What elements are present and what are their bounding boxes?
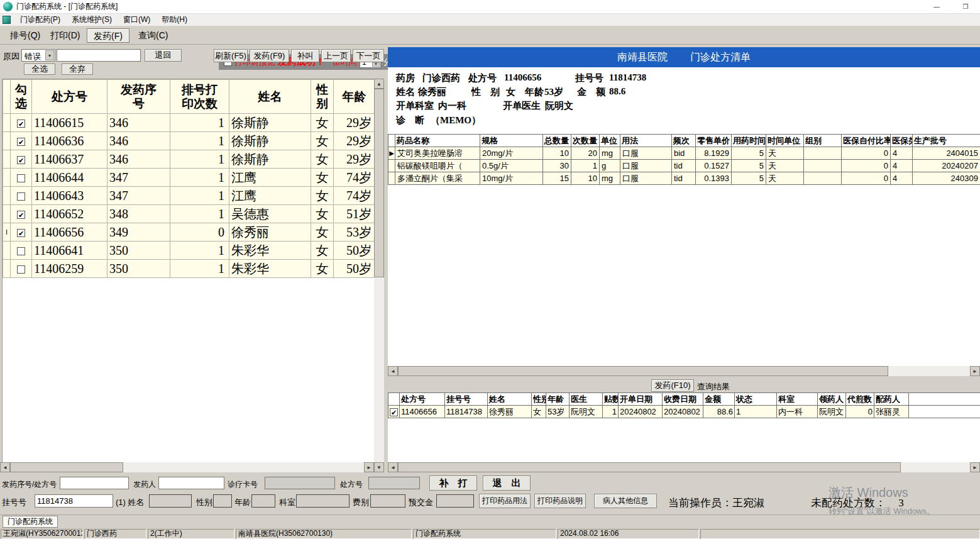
row-checkbox[interactable]: ✔ — [11, 205, 32, 223]
return-button[interactable]: 退回 — [145, 49, 182, 62]
queue-row[interactable]: I✔114066563490徐秀丽女53岁 — [3, 223, 375, 242]
drug-horizontal-scrollbar[interactable]: ◄ ► — [388, 366, 980, 376]
queue-row[interactable]: ✔114066373461徐斯静女29岁 — [3, 150, 375, 169]
unchecked-checkbox-icon[interactable] — [17, 174, 25, 182]
dispenser-input[interactable] — [158, 477, 224, 489]
column-header: 年龄 — [334, 80, 375, 114]
unchecked-checkbox-icon[interactable] — [17, 247, 25, 255]
checked-checkbox-icon[interactable]: ✔ — [17, 138, 25, 146]
checked-checkbox-icon[interactable]: ✔ — [17, 211, 25, 219]
patient-age-field[interactable] — [251, 494, 275, 508]
scroll-down-icon[interactable]: ▼ — [374, 462, 384, 472]
chevron-down-icon[interactable]: ▼ — [45, 50, 54, 60]
queue-row[interactable]: 114066443471江鹰女74岁 — [3, 169, 375, 187]
fee-type-field[interactable] — [370, 494, 405, 508]
scrollbar-thumb[interactable] — [10, 462, 123, 472]
scroll-left-icon[interactable]: ◄ — [388, 462, 398, 472]
exit-button[interactable]: 退 出 — [483, 475, 531, 491]
recall-button[interactable]: 补叫 — [291, 49, 319, 62]
cell-total: 15 — [543, 172, 571, 185]
drug-row[interactable]: 多潘立酮片（集采10mg/片1510mg口服tid0.13935天0424030… — [388, 172, 980, 185]
scroll-right-icon[interactable]: ► — [364, 462, 374, 472]
tab-queue[interactable]: 排号(Q) — [4, 28, 47, 43]
row-checkbox[interactable] — [11, 242, 32, 260]
scroll-left-icon[interactable]: ◄ — [388, 366, 398, 376]
rx-no-input[interactable] — [368, 477, 420, 489]
cell-gender: 女 — [311, 150, 334, 169]
dispense-f10-button[interactable]: 发药(F10) — [651, 379, 694, 392]
refresh-button[interactable]: 刷新(F5) — [214, 49, 248, 62]
cell-ins_type: 4 — [891, 147, 913, 160]
patient-gender-field[interactable] — [213, 494, 232, 508]
queue-row[interactable]: ✔114066523481吴德惠女51岁 — [3, 205, 375, 223]
cell-doctor: 阮明文 — [570, 406, 603, 418]
dispense-f9-button[interactable]: 发药(F9) — [250, 49, 289, 62]
scrollbar-thumb[interactable] — [374, 89, 384, 277]
checked-checkbox-icon[interactable]: ✔ — [17, 119, 25, 128]
cell-per: 10 — [571, 172, 600, 185]
reprint-button[interactable]: 补 打 — [429, 475, 477, 491]
unchecked-checkbox-icon[interactable] — [17, 192, 25, 201]
row-checkbox[interactable]: ✔ — [11, 223, 32, 242]
queue-row[interactable]: 114066413501朱彩华女50岁 — [3, 242, 375, 260]
result-row[interactable]: ✔1140665611814738徐秀丽女53岁阮明文1202408022024… — [388, 406, 980, 418]
reason-input[interactable] — [57, 49, 141, 62]
scrollbar-thumb[interactable] — [398, 366, 888, 376]
patient-other-info-button[interactable]: 病人其他信息 — [594, 494, 657, 508]
scroll-up-icon[interactable]: ▲ — [374, 79, 384, 89]
select-all-button[interactable]: 全选 — [24, 64, 55, 75]
queue-row[interactable]: ✔114066153461徐斯静女29岁 — [3, 114, 375, 132]
queue-horizontal-scrollbar[interactable]: ◄ ► — [0, 462, 374, 472]
unchecked-checkbox-icon[interactable] — [17, 265, 25, 274]
menu-item-help[interactable]: 帮助(H) — [156, 13, 193, 26]
scroll-right-icon[interactable]: ► — [970, 366, 980, 376]
row-checkbox[interactable] — [11, 187, 32, 205]
row-checkbox[interactable]: ✔ — [388, 406, 400, 418]
clear-all-button[interactable]: 全弃 — [62, 64, 93, 75]
scroll-right-icon[interactable]: ► — [970, 462, 980, 472]
print-desc-button[interactable]: 打印药品说明 — [534, 494, 586, 508]
next-page-button[interactable]: 下一页 — [353, 49, 384, 62]
queue-row[interactable]: ✔114066363461徐斯静女29岁 — [3, 132, 375, 150]
drug-row[interactable]: ▶艾司奥美拉唑肠溶20mg/片1020mg口服bid8.19295天042404… — [388, 147, 980, 160]
queue-row[interactable]: 114066433471江鹰女74岁 — [3, 187, 375, 205]
queue-vertical-scrollbar[interactable]: ▲ ▼ — [374, 79, 384, 472]
reg-no-input[interactable]: 11814738 — [35, 494, 113, 508]
row-checkbox[interactable] — [11, 260, 32, 278]
minimize-icon[interactable]: — — [922, 0, 951, 13]
patient-name-field[interactable] — [149, 494, 192, 508]
cell-gender: 女 — [311, 169, 334, 187]
prev-page-button[interactable]: 上一页 — [321, 49, 351, 62]
row-checkbox[interactable]: ✔ — [11, 150, 32, 169]
tab-dispense[interactable]: 发药(F) — [87, 28, 129, 43]
spinner-down-icon[interactable]: ▼ — [372, 62, 380, 67]
tab-query[interactable]: 查询(C) — [132, 28, 174, 43]
result-horizontal-scrollbar[interactable]: ◄ ► — [388, 462, 980, 472]
maximize-icon[interactable]: ❐ — [951, 0, 980, 13]
dispense-seq-input[interactable] — [60, 477, 129, 489]
prepay-field[interactable] — [436, 494, 474, 508]
row-selector — [3, 187, 11, 205]
cell-gender: 女 — [311, 242, 334, 260]
scrollbar-thumb[interactable] — [398, 462, 901, 472]
reason-dropdown[interactable]: 错误 ▼ — [21, 49, 55, 62]
print-usage-button[interactable]: 打印药品用法 — [479, 494, 531, 508]
menu-item-maintenance[interactable]: 系统维护(S) — [66, 13, 118, 26]
queue-row[interactable]: 114062593501朱彩华女50岁 — [3, 260, 375, 278]
checked-checkbox-icon[interactable]: ✔ — [17, 229, 25, 237]
tab-print[interactable]: 打印(D) — [44, 28, 86, 43]
cell-price: 0.1527 — [696, 160, 732, 172]
row-checkbox[interactable]: ✔ — [11, 132, 32, 150]
drug-row[interactable]: 铝碳酸镁咀嚼片（0.5g/片301g口服tid0.15275天042024020… — [388, 160, 980, 172]
row-checkbox[interactable]: ✔ — [11, 114, 32, 132]
row-checkbox[interactable] — [11, 169, 32, 187]
scroll-left-icon[interactable]: ◄ — [0, 462, 10, 472]
cell-age: 74岁 — [334, 187, 375, 205]
bottom-tab-dispensing[interactable]: 门诊配药系统 — [3, 516, 58, 528]
card-no-input[interactable] — [265, 477, 335, 489]
menu-item-dispensing[interactable]: 门诊配药(P) — [14, 13, 66, 26]
menu-item-window[interactable]: 窗口(W) — [118, 13, 156, 26]
checked-checkbox-icon[interactable]: ✔ — [390, 408, 398, 416]
checked-checkbox-icon[interactable]: ✔ — [17, 156, 25, 164]
dept-field[interactable] — [296, 494, 350, 508]
